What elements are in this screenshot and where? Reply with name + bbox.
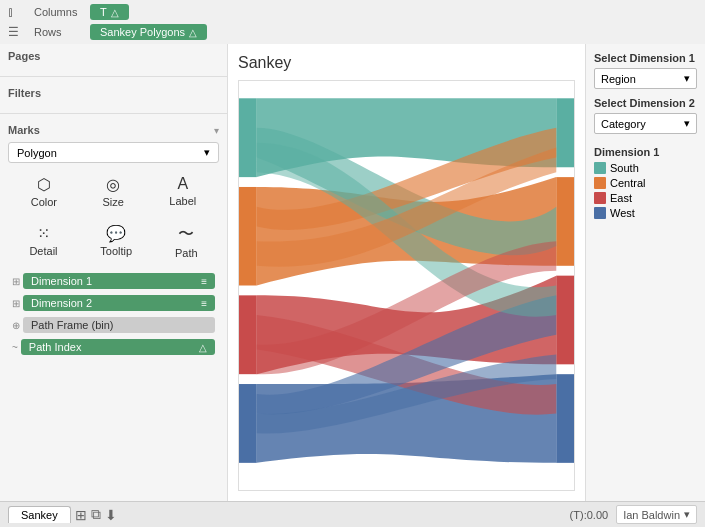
tab-options-icon[interactable]: ⬇: [105, 507, 117, 523]
sankey-chart: [238, 80, 575, 491]
duplicate-tab-icon[interactable]: ⧉: [91, 506, 101, 523]
marks-section: Marks ▾ Polygon ▾ ⬡ Color ◎ Size A Label: [0, 118, 227, 365]
detail-label: Detail: [29, 245, 57, 257]
dim2-section-label: Select Dimension 2: [594, 97, 697, 109]
dim2-chevron-icon: ▾: [684, 117, 690, 130]
color-button[interactable]: ⬡ Color: [23, 171, 65, 212]
tab-area: Sankey ⊞ ⧉ ⬇: [8, 506, 117, 523]
legend-item-label: West: [610, 207, 635, 219]
filters-title: Filters: [8, 87, 219, 99]
dim1-section-label: Select Dimension 1: [594, 52, 697, 64]
path-label: Path: [175, 247, 198, 259]
rows-pill[interactable]: Sankey Polygons △: [90, 24, 207, 40]
right-sidebar: Select Dimension 1 Region ▾ Select Dimen…: [585, 44, 705, 501]
field-dim2-pill[interactable]: Dimension 2 ≡: [23, 295, 215, 311]
sankey-svg: [239, 81, 574, 490]
user-dropdown[interactable]: Ian Baldwin ▾: [616, 505, 697, 524]
dim1-value: Region: [601, 73, 636, 85]
field-dimension1[interactable]: ⊞ Dimension 1 ≡: [8, 271, 219, 291]
size-icon: ◎: [106, 175, 120, 194]
left-sidebar: Pages Filters Marks ▾ Polygon ▾ ⬡ Color: [0, 44, 228, 501]
color-label: Color: [31, 196, 57, 208]
dim1-dropdown[interactable]: Region ▾: [594, 68, 697, 89]
label-label: Label: [169, 195, 196, 207]
mark-type-label: Polygon: [17, 147, 57, 159]
mark-type-dropdown[interactable]: Polygon ▾: [8, 142, 219, 163]
columns-icon: ⫿: [8, 5, 28, 19]
mark-buttons-row1: ⬡ Color ◎ Size A Label: [8, 171, 219, 212]
dim1-chevron-icon: ▾: [684, 72, 690, 85]
legend-swatch-icon: [594, 192, 606, 204]
tooltip-button[interactable]: 💬 Tooltip: [92, 220, 140, 263]
label-button[interactable]: A Label: [161, 171, 204, 212]
field-dim2-icon: ⊞: [12, 298, 20, 309]
dim1-section: Select Dimension 1 Region ▾: [594, 52, 697, 89]
status-right: (T):0.00 Ian Baldwin ▾: [570, 505, 697, 524]
label-icon: A: [177, 175, 188, 193]
legend-item-label: South: [610, 162, 639, 174]
legend-item: Central: [594, 177, 697, 189]
field-dim2-label: Dimension 2: [31, 297, 92, 309]
legend-swatch-icon: [594, 177, 606, 189]
main-layout: Pages Filters Marks ▾ Polygon ▾ ⬡ Color: [0, 44, 705, 501]
field-pathframe-label: Path Frame (bin): [31, 319, 114, 331]
svg-rect-1: [239, 98, 257, 177]
marks-title: Marks: [8, 124, 40, 136]
legend-item-label: Central: [610, 177, 645, 189]
dim2-section: Select Dimension 2 Category ▾: [594, 97, 697, 134]
dim2-dropdown[interactable]: Category ▾: [594, 113, 697, 134]
detail-button[interactable]: ⁙ Detail: [21, 220, 65, 263]
field-dim2-drag-icon: ≡: [201, 298, 207, 309]
field-pathindex-pill[interactable]: Path Index △: [21, 339, 215, 355]
rows-icon: ☰: [8, 25, 28, 39]
legend-section: Dimension 1 South Central East West: [594, 146, 697, 222]
svg-rect-6: [556, 177, 574, 266]
marks-header: Marks ▾: [8, 124, 219, 136]
user-chevron-icon: ▾: [684, 508, 690, 521]
pages-section: Pages: [0, 44, 227, 72]
add-tab-icon[interactable]: ⊞: [75, 507, 87, 523]
canvas-area: Sankey: [228, 44, 585, 501]
columns-pill[interactable]: T △: [90, 4, 129, 20]
size-label: Size: [102, 196, 123, 208]
mark-buttons-row2: ⁙ Detail 💬 Tooltip 〜 Path: [8, 220, 219, 263]
marks-chevron-icon: ▾: [214, 125, 219, 136]
coordinates: (T):0.00: [570, 509, 609, 521]
field-path-frame[interactable]: ⊕ Path Frame (bin): [8, 315, 219, 335]
rows-row: ☰ Rows Sankey Polygons △: [0, 22, 705, 42]
columns-label: Columns: [34, 6, 84, 18]
svg-rect-3: [239, 295, 257, 374]
legend-item: West: [594, 207, 697, 219]
field-dimension2[interactable]: ⊞ Dimension 2 ≡: [8, 293, 219, 313]
col-row-header: ⫿ Columns T △ ☰ Rows Sankey Polygons △: [0, 0, 705, 44]
user-name: Ian Baldwin: [623, 509, 680, 521]
mark-type-chevron-icon: ▾: [204, 146, 210, 159]
status-bar: Sankey ⊞ ⧉ ⬇ (T):0.00 Ian Baldwin ▾: [0, 501, 705, 527]
pages-title: Pages: [8, 50, 219, 62]
svg-rect-5: [556, 98, 574, 167]
rows-label: Rows: [34, 26, 84, 38]
field-dim1-icon: ⊞: [12, 276, 20, 287]
field-dim1-pill[interactable]: Dimension 1 ≡: [23, 273, 215, 289]
legend-items: South Central East West: [594, 162, 697, 219]
dim2-value: Category: [601, 118, 646, 130]
active-tab[interactable]: Sankey: [8, 506, 71, 523]
size-button[interactable]: ◎ Size: [94, 171, 131, 212]
svg-rect-7: [556, 276, 574, 365]
chart-title: Sankey: [238, 54, 575, 72]
field-pathframe-pill[interactable]: Path Frame (bin): [23, 317, 215, 333]
field-dim1-label: Dimension 1: [31, 275, 92, 287]
legend-item-label: East: [610, 192, 632, 204]
legend-item: East: [594, 192, 697, 204]
svg-rect-4: [239, 384, 257, 463]
filters-section: Filters: [0, 81, 227, 109]
columns-row: ⫿ Columns T △: [0, 2, 705, 22]
svg-rect-8: [556, 374, 574, 463]
legend-item: South: [594, 162, 697, 174]
field-pathindex-delta-icon: △: [199, 342, 207, 353]
tooltip-icon: 💬: [106, 224, 126, 243]
field-path-index[interactable]: ~ Path Index △: [8, 337, 219, 357]
path-button[interactable]: 〜 Path: [167, 220, 206, 263]
field-pathindex-label: Path Index: [29, 341, 82, 353]
field-pathindex-icon: ~: [12, 342, 18, 353]
